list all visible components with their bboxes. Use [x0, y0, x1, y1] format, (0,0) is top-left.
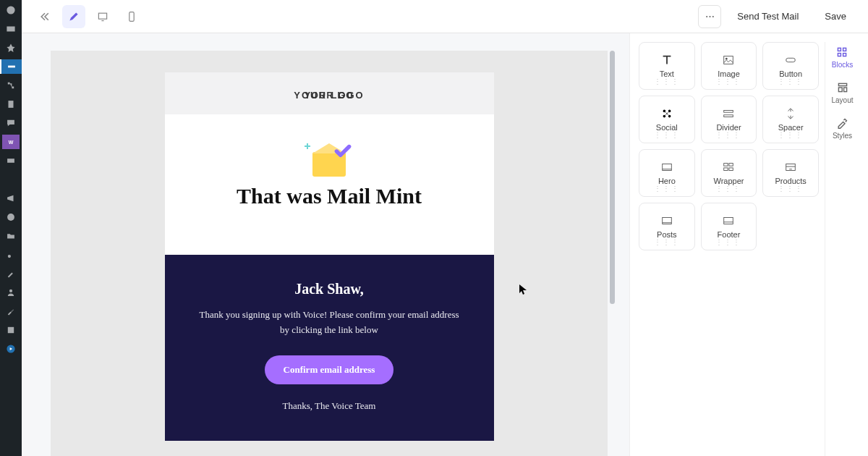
admin-settings-icon[interactable]: [2, 323, 20, 337]
svg-rect-9: [98, 13, 106, 19]
svg-rect-3: [7, 159, 14, 163]
hero-section[interactable]: That was Mail Mint: [165, 114, 494, 245]
social-icon: [660, 107, 673, 120]
logo-section[interactable]: YOUR LOGO YOUR LGO: [165, 72, 494, 114]
admin-brush-icon[interactable]: [2, 266, 20, 281]
block-item-wrapper[interactable]: Wrapper⋮⋮⋮: [701, 149, 757, 197]
svg-point-5: [8, 255, 11, 258]
save-button[interactable]: Save: [814, 7, 856, 26]
tab-styles[interactable]: Styles: [833, 117, 852, 140]
block-item-footer[interactable]: Footer⋮⋮⋮: [701, 203, 757, 250]
svg-rect-7: [8, 327, 14, 333]
svg-rect-30: [838, 54, 841, 56]
drag-handle-icon: ⋮⋮⋮: [778, 185, 804, 193]
wrapper-icon: [722, 161, 735, 174]
block-item-posts[interactable]: Posts⋮⋮⋮: [639, 203, 695, 250]
admin-analytics-icon[interactable]: [2, 172, 20, 187]
admin-pin-icon[interactable]: [2, 41, 20, 55]
block-item-button[interactable]: Button⋮⋮⋮: [762, 42, 819, 90]
hero-headline: That was Mail Mint: [179, 184, 480, 208]
more-options-button[interactable]: ⋯: [698, 5, 721, 28]
drag-handle-icon: ⋮⋮⋮: [715, 185, 741, 193]
svg-rect-34: [843, 88, 846, 92]
drag-handle-icon: ⋮⋮⋮: [715, 77, 741, 85]
styles-icon: [836, 117, 848, 129]
block-item-social[interactable]: Social⋮⋮⋮: [639, 96, 695, 143]
canvas-area: YOUR LOGO YOUR LGO That was Ma: [22, 33, 629, 456]
svg-point-4: [7, 214, 14, 221]
svg-rect-13: [786, 58, 796, 62]
svg-rect-23: [724, 168, 728, 171]
send-test-mail-button[interactable]: Send Test Mail: [727, 7, 809, 26]
block-item-products[interactable]: Products⋮⋮⋮: [762, 149, 819, 197]
drag-handle-icon: ⋮⋮⋮: [778, 77, 804, 85]
svg-point-12: [726, 58, 728, 60]
admin-page-icon[interactable]: [2, 97, 20, 111]
right-tabs: Blocks Layout Styles: [825, 42, 859, 456]
svg-rect-10: [129, 12, 134, 21]
admin-current-icon[interactable]: [0, 59, 22, 74]
admin-card-icon[interactable]: [2, 153, 20, 168]
signoff-text: Thanks, The Voice Team: [194, 400, 465, 412]
admin-woo-icon[interactable]: W: [2, 135, 20, 149]
divider-icon: [722, 107, 735, 120]
logo-placeholder: YOUR LOGO: [294, 90, 364, 101]
edit-mode-button[interactable]: [62, 5, 85, 28]
drag-handle-icon: ⋮⋮⋮: [715, 238, 741, 246]
svg-rect-29: [843, 48, 846, 51]
drag-handle-icon: ⋮⋮⋮: [778, 131, 804, 139]
admin-mail-icon[interactable]: [2, 22, 20, 36]
admin-branch-icon[interactable]: [2, 78, 20, 93]
admin-folder-icon[interactable]: [2, 229, 20, 243]
admin-user-icon[interactable]: [2, 285, 20, 300]
spacer-icon: [784, 107, 797, 120]
blocks-grid: Text⋮⋮⋮Image⋮⋮⋮Button⋮⋮⋮Social⋮⋮⋮Divider…: [639, 42, 819, 456]
button-icon: [784, 54, 797, 67]
svg-rect-2: [9, 101, 14, 108]
block-item-text[interactable]: Text⋮⋮⋮: [639, 42, 695, 90]
admin-dashboard-icon[interactable]: [2, 3, 20, 17]
email-canvas[interactable]: YOUR LOGO YOUR LGO That was Ma: [51, 51, 608, 456]
svg-rect-11: [724, 56, 733, 64]
image-icon: [722, 54, 735, 67]
block-item-spacer[interactable]: Spacer⋮⋮⋮: [762, 96, 819, 143]
collapse-button[interactable]: [33, 5, 56, 28]
svg-rect-31: [843, 54, 846, 56]
body-text: Thank you signing up with Voice! Please …: [194, 308, 465, 338]
svg-rect-18: [724, 111, 733, 113]
svg-rect-33: [838, 88, 842, 92]
chevron-double-left-icon: [39, 11, 51, 22]
admin-comment-icon[interactable]: [2, 116, 20, 130]
svg-rect-19: [724, 115, 733, 117]
block-item-image[interactable]: Image⋮⋮⋮: [701, 42, 757, 90]
svg-rect-1: [8, 66, 15, 68]
right-panel: Text⋮⋮⋮Image⋮⋮⋮Button⋮⋮⋮Social⋮⋮⋮Divider…: [629, 33, 868, 456]
tab-layout[interactable]: Layout: [831, 82, 853, 104]
block-item-hero[interactable]: Hero⋮⋮⋮: [639, 149, 695, 197]
hero-icon: [660, 161, 673, 174]
desktop-preview-button[interactable]: [91, 5, 114, 28]
drag-handle-icon: ⋮⋮⋮: [715, 131, 741, 139]
hero-icon: [307, 140, 351, 177]
admin-sidebar: W: [0, 0, 22, 456]
svg-rect-32: [838, 83, 846, 85]
admin-elementor-icon[interactable]: [2, 210, 20, 224]
block-item-divider[interactable]: Divider⋮⋮⋮: [701, 96, 757, 143]
layout-icon: [837, 82, 848, 93]
text-icon: [660, 54, 673, 67]
admin-wrench-icon[interactable]: [2, 304, 20, 318]
drag-handle-icon: ⋮⋮⋮: [654, 131, 680, 139]
admin-play-icon[interactable]: [2, 342, 20, 356]
svg-point-0: [7, 6, 14, 14]
top-toolbar: ⋯ Send Test Mail Save: [22, 0, 868, 33]
admin-key-icon[interactable]: [2, 248, 20, 262]
cta-button[interactable]: Confirm email address: [265, 355, 394, 384]
admin-megaphone-icon[interactable]: [2, 191, 20, 206]
svg-rect-24: [729, 168, 733, 171]
svg-rect-28: [838, 48, 841, 51]
recipient-name: Jack Shaw,: [194, 281, 465, 297]
pencil-icon: [68, 11, 80, 22]
body-section[interactable]: Jack Shaw, Thank you signing up with Voi…: [165, 255, 494, 441]
mobile-preview-button[interactable]: [120, 5, 143, 28]
tab-blocks[interactable]: Blocks: [832, 46, 853, 69]
